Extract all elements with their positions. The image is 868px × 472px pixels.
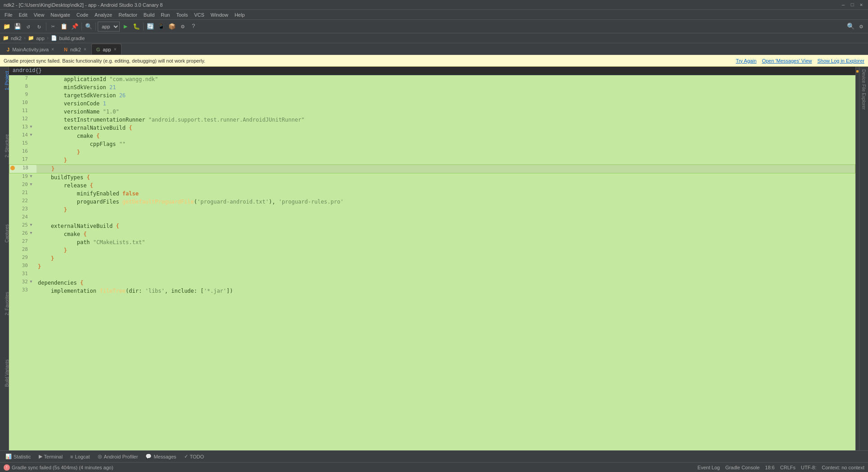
toolbar-btn-back[interactable]: ↺	[23, 22, 33, 32]
code-line-24: 24	[9, 214, 855, 222]
messages-icon: 💬	[145, 454, 152, 459]
bottom-tab-todo[interactable]: ✓ TODO	[181, 452, 208, 462]
tab-ndk2[interactable]: N ndk2 ×	[59, 44, 91, 54]
gradle-console-link[interactable]: Gradle Console	[725, 465, 760, 470]
toolbar-btn-fwd[interactable]: ↻	[34, 22, 44, 32]
code-line-9: 9 targetSdkVersion 26	[9, 91, 855, 100]
code-lines-container[interactable]: 7 applicationId "com.wangg.ndk" 8 minSdk…	[9, 75, 855, 450]
breadcrumb-app[interactable]: 📁 app	[28, 35, 44, 41]
tab-main-activity[interactable]: J MainActivity.java ×	[2, 44, 59, 54]
menu-help[interactable]: Help	[232, 11, 248, 18]
code-line-14: 14 ▼ cmake {	[9, 132, 855, 140]
toolbar-btn-help[interactable]: ?	[189, 22, 199, 32]
menu-build[interactable]: Build	[141, 11, 157, 18]
menu-file[interactable]: File	[2, 11, 15, 18]
captures-panel-label[interactable]: Captures	[5, 224, 9, 243]
menu-window[interactable]: Window	[208, 11, 231, 18]
try-again-link[interactable]: Try Again	[736, 58, 756, 64]
build-variants-panel-label[interactable]: Build Variants	[5, 359, 9, 387]
menu-edit[interactable]: Edit	[16, 11, 30, 18]
breadcrumb-ndk2[interactable]: 📁 ndk2	[3, 35, 22, 41]
tab-close-main-activity[interactable]: ×	[51, 47, 54, 52]
breadcrumb-sep-2: ›	[46, 36, 50, 41]
tab-app[interactable]: G app ×	[91, 44, 122, 54]
toolbar-btn-copy[interactable]: 📋	[59, 22, 69, 32]
bottom-tab-statistic[interactable]: 📊 Statistic	[2, 452, 35, 462]
toolbar-btn-paste[interactable]: 📌	[70, 22, 80, 32]
minimize-button[interactable]: —	[840, 2, 846, 8]
structure-panel-label[interactable]: 2: Structure	[5, 134, 9, 158]
toolbar-btn-save[interactable]: 💾	[13, 22, 23, 32]
favorites-panel-label[interactable]: 2: Favorites	[5, 292, 9, 315]
warning-message: Gradle project sync failed. Basic functi…	[4, 58, 205, 64]
position-indicator: 18:6	[765, 465, 774, 470]
menu-vcs[interactable]: VCS	[191, 11, 207, 18]
tab-close-app[interactable]: ×	[114, 47, 117, 52]
code-line-25: 25 ▼ externalNativeBuild {	[9, 222, 855, 230]
toolbar-btn-1[interactable]: 📁	[2, 22, 12, 32]
left-sidebar: 1: Project 2: Structure Captures 2: Favo…	[0, 67, 9, 450]
code-line-29: 29 }	[9, 254, 855, 263]
code-breadcrumb: android{}	[13, 68, 42, 74]
close-button[interactable]: ✕	[858, 2, 864, 8]
toolbar-btn-avd[interactable]: 📱	[156, 22, 166, 32]
context-indicator: Context: no context	[822, 465, 864, 470]
menu-run[interactable]: Run	[158, 11, 172, 18]
code-line-26: 26 ▼ cmake {	[9, 230, 855, 238]
toolbar-btn-find[interactable]: 🔍	[84, 22, 94, 32]
menu-code[interactable]: Code	[74, 11, 91, 18]
bottom-tab-logcat[interactable]: ≡ Logcat	[67, 452, 93, 462]
toolbar-btn-gear[interactable]: ⚙	[856, 22, 866, 32]
title-bar: ndk2 - [C:\Users\King\Desktop\ndk2] - ap…	[0, 0, 868, 10]
menu-analyze[interactable]: Analyze	[92, 11, 115, 18]
tab-bar: J MainActivity.java × N ndk2 × G app ×	[0, 43, 868, 55]
code-line-22: 22 proguardFiles getDefaultProguardFile(…	[9, 198, 855, 206]
toolbar-btn-settings[interactable]: ⚙	[178, 22, 188, 32]
status-left: ! Gradle sync failed (5s 404ms) (4 minut…	[4, 464, 113, 471]
tab-close-ndk2[interactable]: ×	[84, 47, 86, 52]
status-right: Event Log Gradle Console 18:6 CRLFs UTF-…	[697, 465, 864, 470]
code-line-15: 15 cppFlags ""	[9, 140, 855, 148]
code-line-12: 12 testInstrumentationRunner "android.su…	[9, 116, 855, 124]
maximize-button[interactable]: □	[849, 2, 855, 8]
toolbar-btn-cut[interactable]: ✂	[48, 22, 58, 32]
bottom-tab-terminal[interactable]: ▶ Terminal	[35, 452, 67, 462]
right-marker-stripe	[855, 67, 859, 450]
terminal-icon: ▶	[39, 454, 42, 459]
toolbar-sep-3	[95, 23, 96, 31]
toolbar-btn-sdkm[interactable]: 📦	[167, 22, 177, 32]
code-line-8: 8 minSdkVersion 21	[9, 83, 855, 91]
code-line-20: 20 ▼ release {	[9, 182, 855, 190]
menu-bar: File Edit View Navigate Code Analyze Ref…	[0, 10, 868, 20]
toolbar-btn-search[interactable]: 🔍	[845, 22, 855, 32]
menu-view[interactable]: View	[31, 11, 47, 18]
charset-indicator[interactable]: UTF-8:	[801, 465, 816, 470]
show-log-link[interactable]: Show Log in Explorer	[817, 58, 864, 64]
code-line-31: 31	[9, 271, 855, 279]
bottom-tab-android-profiler[interactable]: ◎ Android Profiler	[94, 452, 142, 462]
line-endings-indicator[interactable]: CRLFs	[780, 465, 796, 470]
bottom-tab-messages[interactable]: 💬 Messages	[142, 452, 180, 462]
project-panel-label[interactable]: 1: Project	[5, 71, 9, 90]
bottom-tab-bar: 📊 Statistic ▶ Terminal ≡ Logcat ◎ Androi…	[0, 450, 868, 462]
toolbar-btn-debug[interactable]: 🐛	[131, 22, 141, 32]
code-area: android{} 7 applicationId "com.wangg.ndk…	[9, 67, 855, 450]
event-log-link[interactable]: Event Log	[697, 465, 720, 470]
module-dropdown[interactable]: app	[98, 22, 120, 32]
menu-tools[interactable]: Tools	[173, 11, 190, 18]
breadcrumb-file[interactable]: 📄 build.gradle	[51, 35, 85, 41]
code-line-27: 27 path "CMakeLists.txt"	[9, 238, 855, 246]
open-messages-link[interactable]: Open 'Messages' View	[762, 58, 812, 64]
code-line-30: 30 }	[9, 263, 855, 271]
code-line-16: 16 }	[9, 148, 855, 156]
toolbar-btn-sync[interactable]: 🔄	[145, 22, 155, 32]
menu-navigate[interactable]: Navigate	[48, 11, 72, 18]
code-line-10: 10 versionCode 1	[9, 100, 855, 108]
code-line-28: 28 }	[9, 246, 855, 254]
toolbar-btn-run[interactable]: ▶	[121, 22, 131, 32]
toolbar-sep-1	[46, 23, 46, 31]
menu-refactor[interactable]: Refactor	[116, 11, 140, 18]
window-title: ndk2 - [C:\Users\King\Desktop\ndk2] - ap…	[4, 2, 163, 8]
device-file-explorer-label[interactable]: Device File Explorer	[861, 69, 866, 109]
breadcrumb-sep-1: ›	[23, 36, 27, 41]
